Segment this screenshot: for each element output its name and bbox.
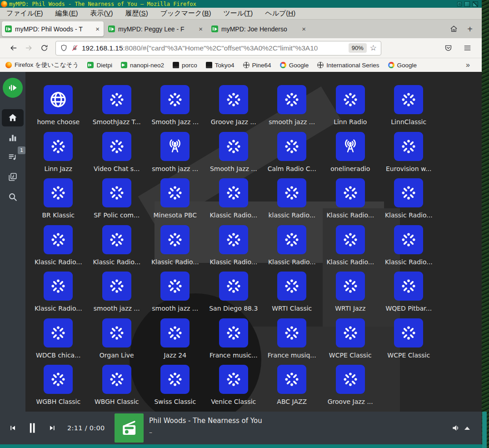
browser-tab[interactable]: myMPD: Phil Woods - T × — [2, 21, 104, 36]
webradio-tile[interactable]: smooth jazz ... — [263, 85, 321, 132]
webradio-tile[interactable]: WCPE Classic — [379, 318, 438, 365]
webradio-tile[interactable]: smooth jazz ... — [146, 132, 205, 179]
bookmark-star-icon[interactable]: ☆ — [370, 43, 377, 53]
webradio-tile[interactable]: WDCB chica... — [29, 318, 88, 365]
webradio-tile[interactable]: Groove Jazz ... — [321, 365, 380, 412]
menu-item[interactable]: ヘルプ(H) — [265, 9, 295, 18]
webradio-tile[interactable]: home choose — [29, 85, 88, 132]
webradio-tile[interactable]: WCPE Classic — [321, 318, 380, 365]
insecure-lock-icon[interactable] — [71, 44, 79, 52]
sidebar-item-playback[interactable] — [2, 129, 24, 146]
webradio-tile[interactable]: smooth jazz ... — [88, 272, 146, 318]
album-art[interactable] — [115, 413, 144, 443]
webradio-tile[interactable]: Klassic Radio... — [379, 225, 438, 272]
bookmark-item[interactable]: International Series — [317, 62, 379, 69]
webradio-tile[interactable]: onelineradio — [321, 132, 380, 179]
webradio-tile[interactable]: Klassic Radio... — [321, 178, 380, 225]
webradio-tile[interactable]: Klassic Radio... — [263, 225, 321, 272]
browser-tab[interactable]: myMPD: Peggy Lee - F × — [105, 21, 207, 36]
webradio-tile[interactable]: SmoothJazz T... — [88, 85, 146, 132]
webradio-tile[interactable]: WRTI Classic — [263, 272, 321, 318]
bookmark-item[interactable]: nanopi-neo2 — [121, 62, 164, 69]
webradio-tile[interactable]: Jazz 24 — [146, 318, 205, 365]
menu-item[interactable]: ツール(T) — [223, 9, 253, 18]
webradio-tile[interactable]: Klassic Radio... — [29, 225, 88, 272]
webradio-tile[interactable]: WRTI Jazz — [321, 272, 380, 318]
close-button[interactable] — [473, 1, 478, 7]
webradio-tile[interactable]: Klassic Radio... — [146, 225, 205, 272]
webradio-tile[interactable]: Venice Classic — [205, 365, 263, 412]
volume-caret-icon[interactable] — [464, 427, 470, 430]
webradio-tile[interactable]: smooth jazz ... — [146, 272, 205, 318]
hamburger-menu-icon[interactable] — [463, 44, 472, 52]
webradio-tile[interactable]: Klassic Radio... — [88, 225, 146, 272]
webradio-tile[interactable]: Klassic Radio... — [205, 225, 263, 272]
webradio-tile[interactable]: Calm Radio C... — [263, 132, 321, 179]
pause-button[interactable] — [28, 422, 37, 434]
webradio-tile[interactable]: Smooth Jazz ... — [146, 85, 205, 132]
webradio-tile[interactable]: Video Chat s... — [88, 132, 146, 179]
back-button[interactable] — [5, 44, 21, 52]
webradio-tile[interactable]: Swiss Classic — [146, 365, 205, 412]
mympd-logo-icon[interactable] — [3, 78, 23, 98]
webradio-tile[interactable]: WBGH Classic — [88, 365, 146, 412]
sidebar-item-queue[interactable]: 1 — [2, 148, 24, 166]
webradio-tile[interactable]: Linn Radio — [321, 85, 380, 132]
url-text[interactable]: 192.168.1.15:8080/#{"card"%3A"Home"%2C"o… — [82, 44, 336, 52]
webradio-tile[interactable]: Groove Jazz ... — [205, 85, 263, 132]
menu-item[interactable]: ブックマーク(B) — [160, 9, 211, 18]
bookmark-item[interactable]: Dietpi — [87, 62, 112, 69]
bookmark-item[interactable]: Google — [280, 62, 309, 69]
webradio-tile[interactable]: Smooth Jazz ... — [205, 132, 263, 179]
bookmark-item[interactable]: Google — [388, 62, 417, 69]
zoom-level-badge[interactable]: 90% — [349, 43, 367, 53]
previous-button[interactable] — [9, 424, 16, 432]
webradio-tile[interactable]: Klassic Radio... — [29, 272, 88, 318]
reload-icon[interactable] — [36, 44, 52, 52]
webradio-tile[interactable]: SF Polic com... — [88, 178, 146, 225]
browser-tab[interactable]: myMPD: Joe Henderso × — [208, 21, 310, 36]
webradio-tile[interactable]: Klassic Radio... — [321, 225, 380, 272]
tab-close-icon[interactable]: × — [301, 25, 307, 33]
next-button[interactable] — [49, 424, 56, 432]
volume-icon[interactable] — [451, 423, 460, 433]
bookmark-item[interactable]: porco — [173, 62, 197, 69]
url-bar[interactable]: 192.168.1.15:8080/#{"card"%3A"Home"%2C"o… — [55, 41, 381, 55]
webradio-tile[interactable]: WGBH Classic — [29, 365, 88, 412]
window-titlebar[interactable]: myMPD: Phil Woods - The Nearness of You … — [0, 0, 482, 8]
webradio-tile[interactable]: Klassic Radio... — [379, 178, 438, 225]
tab-close-icon[interactable]: × — [198, 25, 204, 33]
webradio-tile[interactable]: BR Klassic — [29, 178, 88, 225]
new-tab-button[interactable]: + — [467, 25, 473, 34]
menu-item[interactable]: 表示(V) — [90, 9, 113, 18]
webradio-tile[interactable]: France musiq... — [263, 318, 321, 365]
sidebar-item-search[interactable] — [2, 188, 24, 206]
now-playing-info[interactable]: Phil Woods - The Nearness of You – — [149, 417, 262, 436]
webradio-tile[interactable]: Linn Jazz — [29, 132, 88, 179]
sidebar-item-browse[interactable] — [2, 168, 24, 186]
webradio-tile[interactable]: Organ Live — [88, 318, 146, 365]
elapsed-time[interactable]: 2:11 / 0:00 — [67, 424, 105, 432]
bookmarks-overflow-chevron[interactable]: » — [466, 61, 470, 69]
webradio-tile[interactable]: Klassic Radio... — [205, 178, 263, 225]
menu-item[interactable]: 履歴(S) — [125, 9, 148, 18]
webradio-tile[interactable]: LinnClassic — [379, 85, 438, 132]
bookmark-item[interactable]: Firefox を使いこなそう — [5, 61, 79, 69]
sidebar-item-home[interactable] — [2, 109, 24, 126]
shield-icon[interactable] — [60, 44, 68, 52]
webradio-tile[interactable]: ABC JAZZ — [263, 365, 321, 412]
webradio-tile[interactable]: Minesota PBC — [146, 178, 205, 225]
menu-item[interactable]: ファイル(F) — [6, 9, 43, 18]
webradio-tile[interactable]: San Diego 88.3 — [205, 272, 263, 318]
tab-close-icon[interactable]: × — [95, 25, 100, 33]
maximize-button[interactable] — [464, 1, 470, 7]
pocket-icon[interactable] — [444, 44, 453, 52]
home-icon[interactable] — [449, 25, 458, 33]
webradio-tile[interactable]: France music... — [205, 318, 263, 365]
bookmark-item[interactable]: Pine64 — [243, 62, 271, 69]
webradio-tile[interactable]: klassic Radio... — [263, 178, 321, 225]
webradio-tile[interactable]: Eurovision w... — [379, 132, 438, 179]
forward-button[interactable] — [21, 44, 36, 52]
minimize-button[interactable] — [457, 2, 462, 6]
menu-item[interactable]: 編集(E) — [55, 9, 78, 18]
